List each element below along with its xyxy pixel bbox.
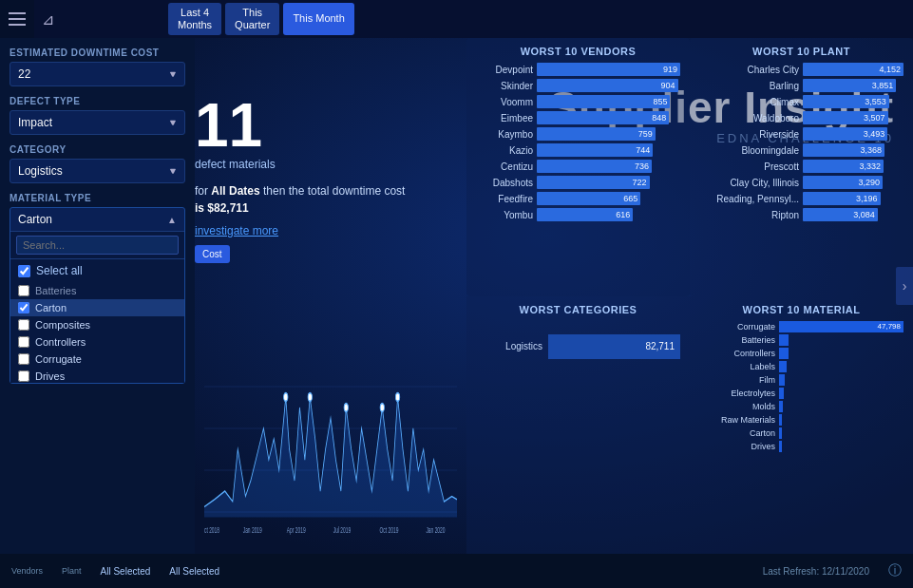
investigate-link[interactable]: investigate more: [195, 224, 480, 237]
status-plant: Plant: [62, 566, 82, 576]
material-bar-row: Labels: [699, 361, 903, 372]
time-chart-area: ct 2018 Jan 2019 Apr 2019 Jul 2019 Oct 2…: [195, 345, 466, 554]
bottom-right-panels: WORST CATEGORIES Logistics 82,711 WORST …: [466, 296, 913, 555]
estimated-downtime-cost-select[interactable]: 22 ▼: [10, 62, 185, 86]
controllers-label: Controllers: [35, 336, 86, 348]
svg-text:Apr 2019: Apr 2019: [287, 524, 306, 535]
bar-row: Kaymbo 759: [476, 127, 680, 141]
bar-row: Waldoboro 3,507: [699, 111, 903, 124]
batteries-checkbox[interactable]: [18, 285, 29, 296]
top-right-panels: WORST 10 VENDORS Devpoint 919 Skinder 90…: [466, 38, 913, 296]
material-search-input[interactable]: [16, 236, 179, 255]
material-item-controllers[interactable]: Controllers: [10, 333, 184, 351]
material-type-selected-value: Carton: [18, 213, 52, 226]
bar-row: Barling 3,851: [699, 79, 903, 92]
category-filter: CATEGORY Logistics ▼: [10, 144, 185, 183]
last-4-months-button[interactable]: Last 4Months: [168, 3, 221, 35]
select-all-label: Select all: [36, 264, 83, 277]
estimated-downtime-cost-label: ESTIMATED DOWNTIME COST: [10, 47, 185, 58]
material-bar-row: Controllers: [699, 348, 903, 359]
bar-row: Charles City 4,152: [699, 63, 903, 76]
bar-row: Riverside 3,493: [699, 127, 903, 141]
defect-count: 11: [195, 95, 480, 156]
composites-checkbox[interactable]: [18, 319, 29, 331]
material-bar-row: Corrugate 47,798: [699, 321, 903, 332]
material-type-label: MATERIAL TYPE: [10, 193, 185, 203]
bar-row: Skinder 904: [476, 79, 680, 92]
svg-point-4: [284, 393, 288, 402]
bar-row: Centizu 736: [476, 160, 680, 173]
bar-row: Eimbee 848: [476, 111, 680, 124]
material-item-batteries[interactable]: Batteries: [10, 282, 184, 299]
worst-categories-panel: WORST CATEGORIES Logistics 82,711: [466, 296, 690, 555]
svg-text:Jul 2019: Jul 2019: [333, 524, 351, 535]
big-number-area: 11 defect materials for All Dates then t…: [195, 95, 480, 263]
batteries-label: Batteries: [35, 285, 76, 296]
corrugate-checkbox[interactable]: [18, 353, 29, 365]
sidebar: ESTIMATED DOWNTIME COST 22 ▼ DEFECT TYPE…: [0, 38, 195, 588]
worst-material-title: WORST 10 MATERIAL: [699, 304, 903, 315]
time-chart-svg: ct 2018 Jan 2019 Apr 2019 Jul 2019 Oct 2…: [204, 345, 457, 554]
bar-row: Dabshots 722: [476, 176, 680, 189]
carton-checkbox[interactable]: [18, 302, 29, 313]
time-filter-buttons: Last 4Months ThisQuarter This Month: [168, 3, 354, 35]
defect-subtitle: defect materials: [195, 158, 480, 171]
defect-type-select[interactable]: Impact ▼: [10, 110, 185, 135]
worst-vendors-panel: WORST 10 VENDORS Devpoint 919 Skinder 90…: [466, 38, 690, 296]
category-select[interactable]: Logistics ▼: [10, 159, 185, 183]
svg-point-7: [380, 404, 384, 412]
chevron-up-icon: ▲: [167, 215, 177, 225]
bar-row: Climax 3,553: [699, 95, 903, 108]
material-type-filter: MATERIAL TYPE Carton ▲ Select all Batter…: [10, 193, 185, 384]
material-type-dropdown-header[interactable]: Carton ▲: [10, 208, 184, 231]
bar-row: Feedfire 665: [476, 192, 680, 205]
material-item-composites[interactable]: Composites: [10, 316, 184, 333]
carton-label: Carton: [35, 302, 67, 313]
material-bar-row: Film: [699, 374, 903, 386]
bar-row: Devpoint 919: [476, 63, 680, 76]
material-bars: Corrugate 47,798 Batteries Controllers: [699, 321, 903, 452]
controllers-checkbox[interactable]: [18, 336, 29, 348]
category-select-wrap[interactable]: Logistics ▼: [10, 159, 185, 183]
worst-vendors-title: WORST 10 VENDORS: [476, 46, 680, 57]
material-bar-row: Molds: [699, 401, 903, 412]
material-bar-row: Carton: [699, 427, 903, 439]
material-bar-row: Electrolytes: [699, 388, 903, 399]
downtime-description: for All Dates then the total downtime co…: [195, 182, 480, 217]
main-content: Supplier Insight EDNA CHALLENGE 10 11 de…: [195, 38, 913, 588]
vendors-bars: Devpoint 919 Skinder 904 Voomm 855: [476, 63, 680, 221]
material-item-corrugate[interactable]: Corrugate: [10, 351, 184, 368]
hamburger-menu[interactable]: [0, 0, 34, 38]
category-bar-row: Logistics 82,711: [476, 334, 680, 359]
material-bar-row: Batteries: [699, 334, 903, 346]
material-type-dropdown: Carton ▲ Select all Batteries Ca: [10, 207, 185, 384]
scroll-right-arrow[interactable]: ›: [896, 267, 913, 305]
material-bar-row: Raw Materials: [699, 414, 903, 426]
bar-row: Yombu 616: [476, 208, 680, 221]
bar-row: Kazio 744: [476, 143, 680, 157]
svg-text:Jan 2020: Jan 2020: [426, 524, 445, 535]
estimated-downtime-cost-select-wrap[interactable]: 22 ▼: [10, 62, 185, 86]
svg-point-5: [308, 393, 312, 402]
svg-text:Jan 2019: Jan 2019: [243, 524, 262, 535]
svg-text:Oct 2019: Oct 2019: [380, 524, 399, 535]
downtime-cost: is $82,711: [195, 201, 249, 215]
this-quarter-button[interactable]: ThisQuarter: [225, 3, 279, 35]
cost-button[interactable]: Cost: [195, 245, 230, 263]
defect-type-select-wrap[interactable]: Impact ▼: [10, 110, 185, 135]
filter-icon: ⊿: [42, 10, 54, 28]
top-bar: ⊿ Last 4Months ThisQuarter This Month: [0, 0, 913, 38]
right-panels: WORST 10 VENDORS Devpoint 919 Skinder 90…: [466, 38, 913, 554]
material-item-drives[interactable]: Drives: [10, 368, 184, 383]
corrugate-label: Corrugate: [35, 353, 82, 365]
defect-type-filter: DEFECT TYPE Impact ▼: [10, 96, 185, 135]
select-all-checkbox[interactable]: [18, 265, 30, 277]
worst-categories-title: WORST CATEGORIES: [476, 304, 680, 315]
info-icon[interactable]: ⓘ: [888, 562, 902, 579]
select-all-row[interactable]: Select all: [10, 259, 184, 282]
material-item-carton[interactable]: Carton: [10, 299, 184, 316]
drives-checkbox[interactable]: [18, 370, 29, 382]
this-month-button[interactable]: This Month: [283, 3, 353, 35]
svg-point-6: [344, 404, 348, 412]
status-all-selected-2: All Selected: [169, 566, 219, 577]
